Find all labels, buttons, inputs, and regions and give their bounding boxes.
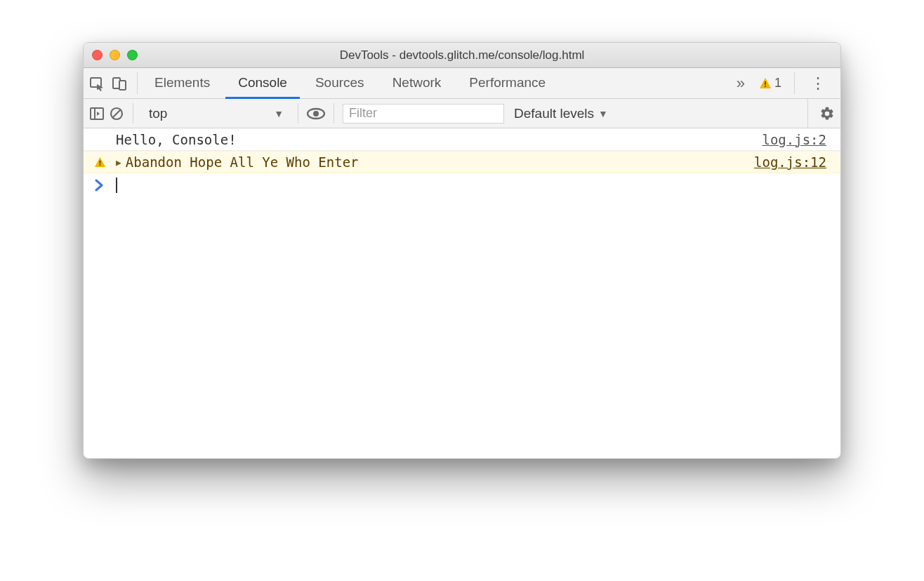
more-options-button[interactable]: ⋮ — [805, 74, 832, 93]
levels-label: Default levels — [514, 106, 594, 121]
live-expression-icon[interactable] — [307, 107, 325, 120]
tabs-overflow-button[interactable]: » — [731, 74, 751, 93]
console-prompt[interactable] — [84, 173, 840, 196]
chevron-down-icon: ▼ — [598, 108, 608, 119]
inspect-element-icon[interactable] — [89, 76, 105, 91]
log-message: Hello, Console! — [116, 132, 237, 147]
disclosure-triangle-icon[interactable]: ▶ — [116, 157, 121, 168]
tab-label: Sources — [315, 75, 364, 91]
tab-sources[interactable]: Sources — [303, 68, 377, 99]
traffic-lights — [92, 50, 138, 60]
window-title: DevTools - devtools.glitch.me/console/lo… — [84, 48, 840, 62]
inspect-controls — [89, 68, 133, 98]
svg-rect-3 — [765, 81, 766, 85]
source-link[interactable]: log.js:2 — [762, 132, 833, 147]
svg-line-8 — [112, 109, 121, 118]
device-toolbar-icon[interactable] — [112, 76, 127, 91]
separator — [133, 103, 133, 123]
tab-network[interactable]: Network — [380, 68, 454, 99]
chevron-down-icon: ▼ — [274, 108, 284, 119]
tab-console[interactable]: Console — [225, 68, 300, 99]
console-toolbar: top ▼ Default levels ▼ — [84, 99, 840, 128]
warning-count: 1 — [774, 76, 781, 91]
devtools-window: DevTools - devtools.glitch.me/console/lo… — [83, 42, 841, 459]
warning-icon — [94, 156, 106, 168]
svg-rect-0 — [91, 78, 101, 87]
svg-point-10 — [313, 111, 319, 116]
row-gutter — [84, 156, 116, 168]
console-settings-wrap — [807, 99, 835, 128]
svg-rect-2 — [119, 81, 126, 90]
console-settings-icon[interactable] — [819, 106, 835, 121]
console-row-log: Hello, Console! log.js:2 — [84, 128, 840, 151]
svg-rect-4 — [765, 86, 766, 87]
tab-label: Elements — [154, 75, 210, 91]
tab-elements[interactable]: Elements — [142, 68, 223, 99]
console-output: Hello, Console! log.js:2 ▶ Abandon Hope … — [84, 128, 840, 458]
separator — [334, 103, 334, 123]
tab-label: Network — [392, 75, 442, 91]
filter-input[interactable] — [343, 104, 504, 123]
warning-message: Abandon Hope All Ye Who Enter — [126, 154, 359, 170]
text-cursor — [116, 178, 117, 193]
issues-warning-badge[interactable]: 1 — [756, 76, 784, 91]
panel-tabs: Elements Console Sources Network Perform… — [142, 68, 558, 98]
toggle-console-sidebar-icon[interactable] — [89, 106, 105, 121]
clear-console-icon[interactable] — [109, 106, 124, 121]
titlebar: DevTools - devtools.glitch.me/console/lo… — [84, 43, 840, 68]
warning-icon — [759, 77, 772, 90]
window-close-button[interactable] — [92, 50, 103, 60]
tabstrip-right: » 1 ⋮ — [731, 68, 835, 98]
svg-rect-12 — [99, 164, 100, 166]
context-label: top — [149, 106, 167, 121]
separator — [137, 72, 138, 94]
source-link[interactable]: log.js:12 — [754, 154, 833, 170]
execution-context-selector[interactable]: top ▼ — [142, 103, 289, 124]
tab-label: Console — [238, 75, 287, 91]
window-maximize-button[interactable] — [127, 50, 138, 60]
separator — [298, 103, 298, 123]
svg-rect-11 — [99, 160, 100, 163]
log-levels-selector[interactable]: Default levels ▼ — [508, 106, 614, 121]
main-tabstrip: Elements Console Sources Network Perform… — [84, 68, 840, 99]
tab-label: Performance — [469, 75, 546, 91]
separator — [794, 72, 795, 94]
tab-performance[interactable]: Performance — [456, 68, 558, 99]
console-row-warning: ▶ Abandon Hope All Ye Who Enter log.js:1… — [84, 151, 840, 173]
window-minimize-button[interactable] — [110, 50, 120, 60]
prompt-chevron-icon — [84, 179, 116, 192]
